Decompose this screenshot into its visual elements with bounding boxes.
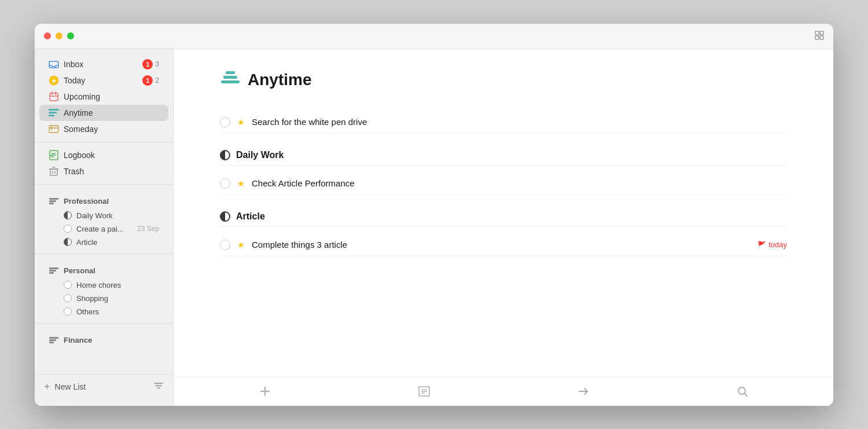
anytime-label: Anytime	[64, 108, 159, 118]
close-button[interactable]	[44, 32, 51, 39]
shopping-icon	[64, 294, 72, 302]
list-view-button[interactable]	[413, 380, 436, 403]
due-flag-icon: 🚩	[757, 241, 766, 249]
personal-area-icon	[49, 266, 59, 276]
forward-button[interactable]	[572, 380, 595, 403]
upcoming-icon	[49, 91, 59, 102]
today-count: 2	[155, 76, 159, 85]
sidebar: Inbox 1 3 ★ Today 1 2	[35, 49, 174, 406]
section-header-professional[interactable]: Professional	[39, 192, 168, 209]
sidebar-item-anytime[interactable]: Anytime	[39, 105, 168, 121]
svg-rect-28	[226, 71, 235, 74]
new-list-button[interactable]: + New List	[35, 374, 173, 399]
add-task-button[interactable]	[253, 380, 277, 403]
sidebar-item-trash[interactable]: Trash	[39, 163, 168, 179]
page-title: Anytime	[248, 71, 311, 89]
today-label: Today	[64, 76, 138, 85]
filter-icon[interactable]	[153, 380, 164, 393]
maximize-button[interactable]	[67, 32, 74, 39]
upcoming-label: Upcoming	[64, 92, 159, 101]
task-section-header-daily-work[interactable]: Daily Work	[220, 150, 787, 166]
finance-label: Finance	[64, 336, 92, 344]
svg-rect-27	[223, 76, 237, 79]
sidebar-item-upcoming[interactable]: Upcoming	[39, 89, 168, 105]
someday-icon	[49, 124, 59, 134]
task-star-2: ★	[237, 179, 245, 188]
task-text-3: Complete things 3 article	[252, 240, 751, 250]
create-a-pai-icon	[64, 225, 72, 233]
task-item-search-pen: ★ Search for the white pen drive	[220, 111, 787, 134]
task-section-header-article[interactable]: Article	[220, 211, 787, 227]
svg-rect-0	[815, 31, 819, 35]
task-section-title-daily-work: Daily Work	[236, 150, 284, 160]
sidebar-item-logbook[interactable]: Logbook	[39, 147, 168, 163]
inbox-count: 3	[155, 60, 159, 68]
sidebar-item-article[interactable]: Article	[39, 236, 168, 249]
svg-rect-2	[815, 36, 819, 39]
professional-label: Professional	[64, 197, 109, 206]
task-checkbox-3[interactable]	[220, 240, 230, 250]
svg-rect-3	[820, 36, 823, 39]
section-group-article: Article ★ Complete things 3 article 🚩 to…	[220, 211, 787, 256]
task-star-1: ★	[237, 118, 245, 127]
new-list-plus-icon: +	[44, 382, 50, 392]
task-section-title-article: Article	[236, 211, 265, 222]
task-text-1: Search for the white pen drive	[252, 117, 787, 127]
inbox-badge: 1 3	[142, 59, 159, 69]
svg-rect-7	[50, 93, 58, 101]
app-body: Inbox 1 3 ★ Today 1 2	[35, 49, 833, 406]
logbook-icon	[49, 150, 59, 160]
section-header-personal[interactable]: Personal	[39, 261, 168, 278]
others-icon	[64, 307, 72, 316]
anytime-icon	[49, 108, 59, 118]
minimize-button[interactable]	[56, 32, 62, 39]
shopping-label: Shopping	[76, 294, 159, 303]
sidebar-item-someday[interactable]: Someday	[39, 121, 168, 137]
inbox-icon	[49, 59, 59, 69]
trash-label: Trash	[64, 167, 159, 176]
due-today-label: today	[768, 240, 787, 249]
inbox-label: Inbox	[64, 60, 138, 69]
sidebar-item-home-chores[interactable]: Home chores	[39, 278, 168, 292]
search-button[interactable]	[731, 380, 754, 403]
traffic-lights	[44, 32, 74, 39]
titlebar-action-icon[interactable]	[815, 31, 824, 42]
task-text-2: Check Article Performance	[252, 178, 787, 188]
daily-work-icon	[64, 211, 72, 219]
sidebar-item-today[interactable]: ★ Today 1 2	[39, 72, 168, 89]
app-window: Inbox 1 3 ★ Today 1 2	[35, 24, 833, 406]
create-a-pai-label: Create a pai...	[76, 225, 133, 233]
task-item-check-article: ★ Check Article Performance	[220, 173, 787, 195]
today-urgent-count: 1	[142, 75, 153, 86]
section-group-1: ★ Search for the white pen drive	[220, 111, 787, 134]
main-toolbar	[174, 377, 833, 406]
article-icon	[64, 238, 72, 246]
inbox-urgent-count: 1	[142, 59, 153, 69]
new-list-label: New List	[55, 382, 86, 391]
svg-rect-1	[820, 31, 823, 35]
logbook-label: Logbook	[64, 151, 159, 160]
page-header: Anytime	[220, 68, 787, 93]
others-label: Others	[76, 307, 159, 316]
task-due-today: 🚩 today	[757, 240, 787, 249]
home-chores-label: Home chores	[76, 281, 159, 289]
article-label: Article	[76, 238, 159, 247]
task-checkbox-1[interactable]	[220, 117, 230, 127]
task-checkbox-2[interactable]	[220, 178, 230, 189]
section-header-finance[interactable]: Finance	[39, 331, 168, 348]
page-anytime-icon	[220, 68, 241, 93]
daily-work-label: Daily Work	[76, 211, 159, 220]
someday-label: Someday	[64, 124, 159, 134]
svg-rect-18	[50, 169, 57, 175]
sidebar-item-shopping[interactable]: Shopping	[39, 292, 168, 305]
main-panel: Anytime ★ Search for the white pen drive…	[174, 49, 833, 406]
svg-rect-26	[221, 80, 240, 83]
daily-work-section-icon	[220, 150, 230, 160]
sidebar-item-daily-work[interactable]: Daily Work	[39, 209, 168, 222]
section-group-daily-work: Daily Work ★ Check Article Performance	[220, 150, 787, 195]
sidebar-item-others[interactable]: Others	[39, 305, 168, 318]
sidebar-item-create-a-pai[interactable]: Create a pai... 23 Sep	[39, 222, 168, 236]
task-item-complete-things: ★ Complete things 3 article 🚩 today	[220, 234, 787, 256]
trash-icon	[49, 166, 59, 177]
sidebar-item-inbox[interactable]: Inbox 1 3	[39, 56, 168, 72]
